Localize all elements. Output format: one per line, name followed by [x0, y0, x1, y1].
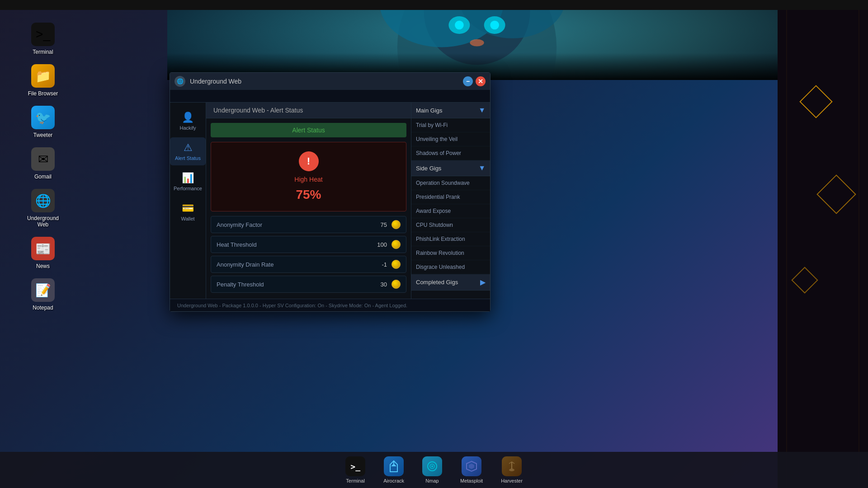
svg-marker-18: [391, 464, 396, 466]
desktop-icon-terminal[interactable]: >_ Terminal: [23, 23, 63, 55]
stat-label: Heat Threshold: [217, 241, 369, 248]
news-label: News: [36, 263, 50, 269]
airocrack-taskbar-label: Airocrack: [383, 478, 404, 483]
desktop-icon-tweeter[interactable]: 🐦 Tweeter: [23, 106, 63, 138]
stat-value: -1: [369, 261, 387, 268]
gig-item-disgrace-unleashed[interactable]: Disgrace Unleashed: [411, 260, 490, 274]
gigs-panel: Main Gigs ▼ Trial by Wi-FiUnveiling the …: [411, 103, 490, 299]
airocrack-taskbar-icon: [384, 456, 404, 476]
app-main-title: Underground Web - Alert Status: [213, 107, 303, 114]
alert-status-nav-icon: ⚠: [184, 142, 193, 154]
completed-gigs-label: Completed Gigs: [416, 279, 458, 286]
taskbar-item-terminal[interactable]: >_ Terminal: [339, 454, 372, 486]
desktop-icon-underground-web[interactable]: 🌐 Underground Web: [23, 189, 63, 228]
main-gigs-header[interactable]: Main Gigs ▼: [411, 103, 490, 118]
performance-nav-icon: 📊: [182, 172, 194, 184]
hackify-nav-label: Hackify: [179, 125, 196, 131]
tweeter-icon: 🐦: [31, 106, 55, 129]
taskbar-item-harvester[interactable]: Harvester: [494, 454, 529, 486]
svg-point-7: [455, 21, 464, 30]
gig-item-shadows-of-power[interactable]: Shadows of Power: [411, 146, 490, 160]
terminal-icon: >_: [31, 23, 55, 46]
gig-item-rainbow-revolution[interactable]: Rainbow Revolution: [411, 246, 490, 260]
taskbar-item-nmap[interactable]: Nmap: [415, 454, 449, 486]
svg-point-21: [431, 465, 433, 467]
tweeter-label: Tweeter: [33, 132, 53, 138]
window-icon: 🌐: [175, 76, 185, 87]
portrait-area: [167, 10, 787, 80]
underground-web-label: Underground Web: [23, 215, 63, 228]
stat-row-anonymity-factor: Anonymity Factor 75: [211, 216, 406, 233]
stat-coin-icon: [392, 220, 401, 229]
gig-item-unveiling-the-veil[interactable]: Unveiling the Veil: [411, 132, 490, 146]
stat-value: 100: [369, 241, 387, 248]
svg-point-9: [470, 39, 484, 47]
svg-point-27: [509, 469, 514, 471]
window-controls: − ✕: [463, 76, 486, 86]
stat-value: 75: [369, 221, 387, 228]
alert-section-header: Alert Status: [211, 123, 406, 137]
svg-rect-10: [778, 0, 868, 488]
news-icon: 📰: [31, 237, 55, 260]
desktop-icons-container: >_ Terminal 📁 File Browser 🐦 Tweeter ✉ G…: [23, 23, 63, 311]
desktop-icon-file-browser[interactable]: 📁 File Browser: [23, 64, 63, 97]
stat-row-heat-threshold: Heat Threshold 100: [211, 236, 406, 253]
top-bar: [0, 0, 868, 10]
file-browser-icon: 📁: [31, 64, 55, 88]
sidebar-item-performance[interactable]: 📊 Performance: [170, 168, 206, 196]
sidebar-item-wallet[interactable]: 💳 Wallet: [170, 198, 206, 226]
file-browser-label: File Browser: [28, 90, 58, 97]
ticker-bar: eb - Web Service Configuration - Logged …: [170, 90, 490, 103]
app-sidebar: 👤 Hackify ⚠ Alert Status 📊 Performance 💳…: [170, 103, 206, 299]
right-decorative-panel: [778, 0, 868, 488]
side-gigs-arrow: ▼: [478, 164, 486, 172]
stat-label: Anonymity Factor: [217, 221, 369, 228]
sidebar-item-hackify[interactable]: 👤 Hackify: [170, 107, 206, 135]
taskbar-item-airocrack[interactable]: Airocrack: [377, 454, 411, 486]
stat-coin-icon: [392, 280, 401, 289]
main-gigs-label: Main Gigs: [416, 107, 443, 114]
close-button[interactable]: ✕: [476, 76, 486, 86]
gomail-label: Gomail: [34, 174, 52, 180]
stat-value: 30: [369, 281, 387, 288]
side-gigs-header[interactable]: Side Gigs ▼: [411, 160, 490, 176]
gig-item-presidential-prank[interactable]: Presidential Prank: [411, 190, 490, 204]
taskbar-item-metasploit[interactable]: Metasploit: [453, 454, 490, 486]
app-window: 🌐 Underground Web − ✕ eb - Web Service C…: [170, 72, 491, 312]
minimize-button[interactable]: −: [463, 76, 473, 86]
gig-item-award-expose[interactable]: Award Expose: [411, 204, 490, 218]
stat-label: Anonymity Drain Rate: [217, 261, 369, 268]
terminal-label: Terminal: [33, 49, 53, 55]
taskbar: >_ Terminal Airocrack Nmap Metasploit Ha…: [0, 452, 868, 488]
heat-percentage: 75%: [296, 188, 321, 202]
metasploit-taskbar-icon: [462, 456, 481, 476]
gig-item-cpu-shutdown[interactable]: CPU Shutdown: [411, 218, 490, 232]
harvester-taskbar-label: Harvester: [501, 478, 523, 483]
notepad-icon: 📝: [31, 278, 55, 302]
gig-item-operation-soundwave[interactable]: Operation Soundwave: [411, 176, 490, 190]
gig-item-phishlink-extraction[interactable]: PhishLink Extraction: [411, 232, 490, 246]
wallet-nav-icon: 💳: [182, 202, 194, 214]
stat-row-anonymity-drain-rate: Anonymity Drain Rate -1: [211, 256, 406, 273]
harvester-taskbar-icon: [502, 456, 522, 476]
desktop-icon-news[interactable]: 📰 News: [23, 237, 63, 269]
nmap-taskbar-label: Nmap: [425, 478, 439, 483]
ticker-text: eb - Web Service Configuration - Logged …: [170, 93, 490, 99]
app-main-panel: Underground Web - Alert Status Alert Sta…: [206, 103, 411, 299]
window-title: Underground Web: [190, 78, 458, 85]
desktop-icon-gomail[interactable]: ✉ Gomail: [23, 147, 63, 180]
metasploit-taskbar-label: Metasploit: [460, 478, 483, 483]
sidebar-item-alert-status[interactable]: ⚠ Alert Status: [170, 137, 206, 165]
heat-label: High Heat: [294, 176, 322, 183]
title-bar: 🌐 Underground Web − ✕: [170, 73, 490, 90]
notepad-label: Notepad: [33, 305, 53, 311]
completed-gigs-arrow: ▶: [480, 278, 486, 286]
desktop-icon-notepad[interactable]: 📝 Notepad: [23, 278, 63, 311]
nmap-taskbar-icon: [422, 456, 442, 476]
status-bar: Underground Web - Package 1.0.0.0 - Hype…: [170, 299, 490, 311]
completed-gigs-header[interactable]: Completed Gigs ▶: [411, 274, 490, 291]
gig-item-trial-by-wifi[interactable]: Trial by Wi-Fi: [411, 118, 490, 132]
svg-point-8: [490, 21, 499, 30]
hackify-nav-icon: 👤: [182, 112, 194, 123]
heat-box: ! High Heat 75%: [211, 142, 406, 211]
